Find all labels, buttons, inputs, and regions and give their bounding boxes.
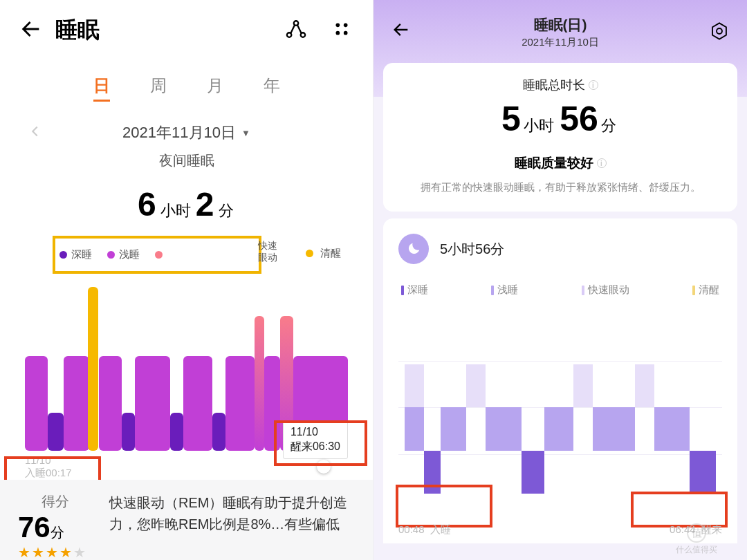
svg-point-4 (344, 24, 348, 28)
page-title: 睡眠 (55, 15, 272, 46)
total-sleep-time: 6 小时 2 分 (0, 185, 373, 223)
svg-point-3 (336, 24, 340, 28)
total-title: 睡眠总时长 (523, 77, 585, 93)
svg-point-2 (301, 32, 306, 37)
svg-point-0 (287, 32, 292, 37)
legend-light: 浅睡 (107, 248, 140, 261)
back-icon[interactable] (391, 20, 411, 44)
svg-point-1 (294, 21, 299, 26)
sleep-start-label: 00:48 入睡 (398, 523, 451, 536)
legend-deep: 深睡 (59, 248, 92, 261)
total-sleep-value: 5小时 56分 (398, 99, 722, 139)
hours-value: 6 (138, 186, 156, 223)
svg-point-5 (336, 31, 340, 35)
legend-rem-dot (155, 251, 163, 259)
score-value: 76 (18, 511, 50, 543)
page-title: 睡眠(日) (522, 15, 599, 35)
svg-marker-7 (712, 23, 726, 39)
info-icon[interactable]: i (597, 158, 607, 168)
period-tabs: 日 周 月 年 (0, 57, 373, 107)
more-icon[interactable] (330, 17, 353, 44)
date-label[interactable]: 2021年11月10日 (122, 122, 236, 143)
info-icon[interactable]: i (589, 80, 598, 90)
sleep-subtitle: 夜间睡眠 (0, 151, 373, 170)
share-icon[interactable] (284, 17, 308, 44)
left-app-panel: 睡眠 日 周 月 年 2021年11月10日 ▼ 夜间睡眠 6 小时 2 分 深… (0, 0, 374, 560)
legend-deep: 深睡 (401, 283, 428, 297)
legend-awake: 清醒 (692, 283, 719, 297)
tab-month[interactable]: 月 (207, 75, 223, 102)
summary-duration: 5小时56分 (440, 240, 504, 259)
moon-icon (398, 234, 429, 264)
advice-text: 快速眼动（REM）睡眠有助于提升创造力，您昨晚REM比例是8%…有些偏低 (109, 492, 355, 560)
legend-awake: 清醒 (320, 247, 341, 260)
tab-year[interactable]: 年 (264, 75, 280, 102)
prev-day-icon[interactable] (28, 122, 43, 144)
legend-rem: 快速眼动 (258, 240, 282, 263)
svg-point-8 (717, 28, 722, 34)
score-title: 得分 (18, 492, 93, 511)
star-rating: ★★★★★ (18, 544, 93, 560)
annotation-box-end (274, 420, 367, 466)
legend-light: 浅睡 (491, 283, 518, 297)
date-dropdown-icon[interactable]: ▼ (241, 128, 250, 138)
quality-title: 睡眠质量较好 (515, 154, 593, 172)
minutes-unit: 分 (219, 202, 234, 219)
minutes-value: 2 (196, 186, 214, 223)
right-app-panel: 睡眠(日) 2021年11月10日 睡眠总时长i 5小时 56分 睡眠质量较好i… (374, 0, 747, 560)
sleep-stage-chart-right[interactable] (398, 317, 722, 497)
score-unit: 分 (50, 525, 64, 540)
annotation-box-start (396, 485, 492, 528)
hours-unit: 小时 (160, 202, 191, 219)
quality-desc: 拥有正常的快速眼动睡眠，有助于释放紧张情绪、舒缓压力。 (398, 179, 722, 195)
tab-week[interactable]: 周 (150, 75, 167, 102)
watermark: 值 什么值得买 (652, 523, 741, 556)
score-footer: 得分 76分 ★★★★★ 快速眼动（REM）睡眠有助于提升创造力，您昨晚REM比… (0, 480, 373, 560)
legend-rem: 快速眼动 (582, 283, 629, 297)
svg-point-6 (344, 31, 348, 35)
back-icon[interactable] (19, 17, 43, 44)
header-date: 2021年11月10日 (522, 36, 599, 49)
settings-icon[interactable] (710, 21, 729, 44)
legend-highlight-box: 深睡 浅睡 (53, 236, 261, 274)
sleep-detail-card: 5小时56分 深睡 浅睡 快速眼动 清醒 (383, 218, 737, 543)
tab-day[interactable]: 日 (93, 75, 110, 102)
sleep-stage-chart-left[interactable]: 11/10 入睡00:17 11/10 醒来06:30 (25, 278, 348, 451)
total-sleep-card: 睡眠总时长i 5小时 56分 睡眠质量较好i 拥有正常的快速眼动睡眠，有助于释放… (383, 63, 737, 212)
annotation-box-end (631, 492, 728, 528)
right-legend: 深睡 浅睡 快速眼动 清醒 (401, 283, 719, 297)
